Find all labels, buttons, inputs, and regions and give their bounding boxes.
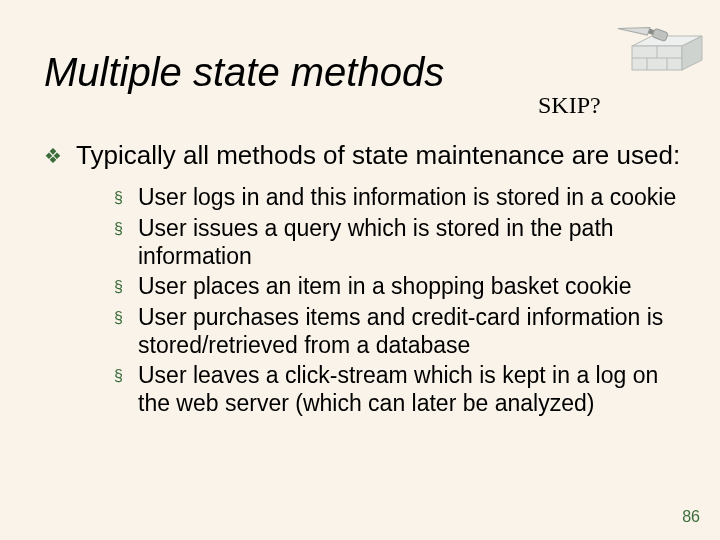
sub-bullet-list: § User logs in and this information is s… bbox=[114, 183, 684, 417]
section-bullet-icon: § bbox=[114, 303, 138, 332]
trowel-brick-icon bbox=[602, 6, 712, 76]
main-bullet-text: Typically all methods of state maintenan… bbox=[76, 140, 680, 170]
main-bullet-item: ❖ Typically all methods of state mainten… bbox=[44, 140, 684, 171]
section-bullet-icon: § bbox=[114, 183, 138, 212]
slide: Multiple state methods SKIP? ❖ Typically… bbox=[0, 0, 720, 540]
section-bullet-icon: § bbox=[114, 272, 138, 301]
list-item: § User places an item in a shopping bask… bbox=[114, 272, 684, 301]
list-item: § User issues a query which is stored in… bbox=[114, 214, 684, 270]
section-bullet-icon: § bbox=[114, 361, 138, 390]
sub-bullet-text: User places an item in a shopping basket… bbox=[138, 272, 632, 300]
diamond-bullet-icon: ❖ bbox=[44, 140, 76, 171]
page-number: 86 bbox=[682, 508, 700, 526]
skip-label: SKIP? bbox=[538, 92, 601, 119]
slide-title: Multiple state methods bbox=[44, 50, 444, 95]
list-item: § User logs in and this information is s… bbox=[114, 183, 684, 212]
section-bullet-icon: § bbox=[114, 214, 138, 243]
sub-bullet-text: User purchases items and credit-card inf… bbox=[138, 303, 684, 359]
sub-bullet-text: User logs in and this information is sto… bbox=[138, 183, 676, 211]
list-item: § User leaves a click-stream which is ke… bbox=[114, 361, 684, 417]
svg-marker-7 bbox=[618, 17, 650, 39]
list-item: § User purchases items and credit-card i… bbox=[114, 303, 684, 359]
sub-bullet-text: User issues a query which is stored in t… bbox=[138, 214, 684, 270]
sub-bullet-text: User leaves a click-stream which is kept… bbox=[138, 361, 684, 417]
slide-body: ❖ Typically all methods of state mainten… bbox=[44, 140, 684, 419]
